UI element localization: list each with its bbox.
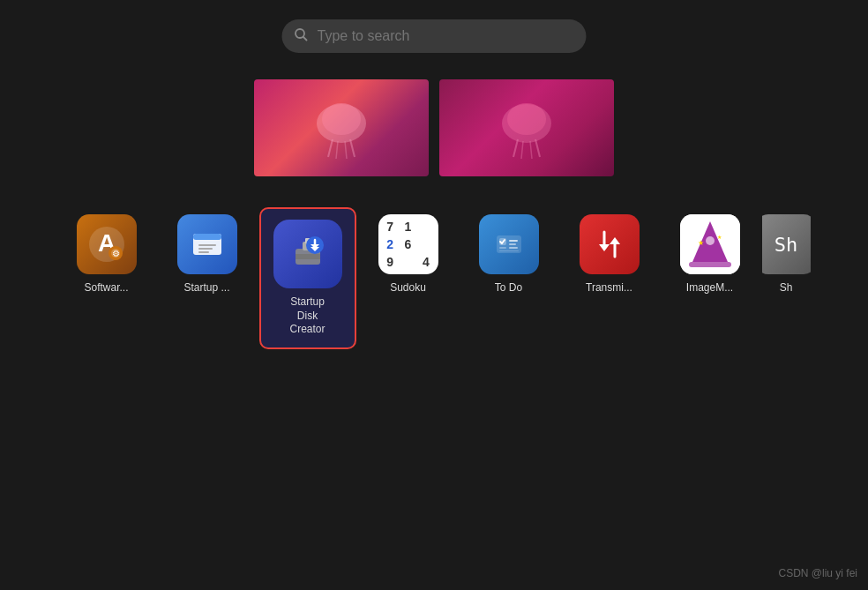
- app-startup-disk-creator[interactable]: Startup Disk Creator: [259, 207, 356, 349]
- svg-line-10: [513, 139, 518, 157]
- svg-point-3: [322, 103, 361, 135]
- todo-icon: [479, 214, 539, 274]
- thumbnail-row: [254, 79, 614, 176]
- search-input[interactable]: [282, 19, 587, 53]
- svg-rect-21: [198, 244, 216, 246]
- search-container: [282, 19, 587, 53]
- svg-line-1: [303, 37, 307, 41]
- svg-rect-23: [198, 251, 209, 253]
- svg-line-5: [336, 141, 338, 159]
- app-startup[interactable]: Startup ...: [159, 207, 256, 302]
- svg-line-4: [328, 139, 333, 157]
- svg-point-46: [706, 236, 715, 245]
- svg-rect-37: [509, 247, 518, 249]
- svg-line-7: [350, 139, 355, 157]
- app-software-updater[interactable]: A ⚙ Softwar...: [58, 207, 155, 302]
- svg-line-6: [345, 141, 347, 159]
- startup-label: Startup ...: [183, 281, 229, 295]
- imagemagick-label: ImageM...: [686, 281, 733, 295]
- svg-rect-38: [499, 250, 519, 251]
- svg-line-12: [530, 141, 532, 159]
- thumbnail-1[interactable]: [254, 79, 429, 176]
- app-partial[interactable]: Sh Sh: [762, 207, 811, 302]
- transmission-label: Transmi...: [586, 281, 632, 295]
- imagemagick-icon: ★ ★: [680, 214, 740, 274]
- software-updater-label: Softwar...: [84, 281, 128, 295]
- app-imagemagick[interactable]: ★ ★ ImageM...: [662, 207, 759, 302]
- apps-row: A ⚙ Softwar... Startup ...: [0, 207, 868, 349]
- sudoku-icon: 7 1 2 6 9 4: [378, 214, 438, 274]
- svg-rect-25: [296, 254, 320, 259]
- svg-rect-34: [509, 240, 518, 242]
- startup-icon: [177, 214, 237, 274]
- svg-rect-22: [198, 248, 213, 250]
- svg-marker-42: [610, 237, 620, 244]
- startup-disk-creator-icon: [273, 220, 342, 288]
- search-icon: [295, 28, 309, 45]
- svg-marker-40: [599, 244, 610, 251]
- svg-rect-45: [689, 262, 731, 267]
- sudoku-label: Sudoku: [390, 281, 426, 295]
- svg-rect-35: [509, 243, 516, 245]
- svg-text:⚙: ⚙: [111, 249, 119, 258]
- thumbnail-2[interactable]: [439, 79, 614, 176]
- svg-text:★: ★: [698, 239, 704, 247]
- watermark: CSDN @liu yi fei: [778, 567, 857, 579]
- svg-text:Sh: Sh: [774, 234, 798, 256]
- app-todo[interactable]: To Do: [460, 207, 557, 302]
- startup-disk-creator-label: Startup Disk Creator: [289, 295, 325, 337]
- software-updater-icon: A ⚙: [77, 214, 137, 274]
- svg-rect-36: [499, 247, 506, 249]
- app-transmission[interactable]: Transmi...: [561, 207, 658, 302]
- app-sudoku[interactable]: 7 1 2 6 9 4 Sudoku: [360, 207, 457, 302]
- svg-line-11: [521, 141, 523, 159]
- svg-line-13: [535, 139, 540, 157]
- partial-icon: Sh: [762, 214, 811, 274]
- svg-rect-20: [193, 234, 221, 240]
- transmission-icon: [580, 214, 640, 274]
- partial-label: Sh: [780, 281, 793, 295]
- watermark-text: CSDN @liu yi fei: [778, 567, 857, 579]
- todo-label: To Do: [495, 281, 522, 295]
- svg-point-9: [507, 103, 546, 135]
- svg-text:★: ★: [717, 235, 722, 240]
